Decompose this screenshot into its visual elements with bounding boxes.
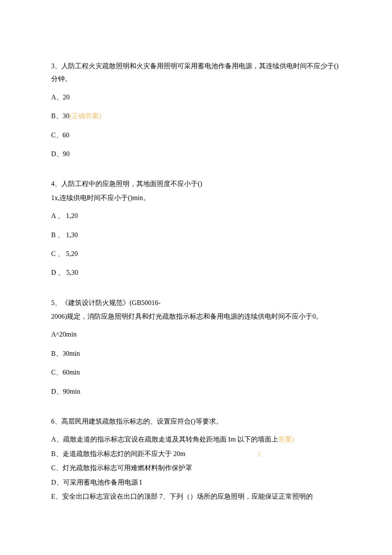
question-4: 4、人防工程中的应急照明，其地面照度不应小于() 1x,连续供电时间不应小于()…: [51, 177, 341, 279]
question-6-option-b: B、走道疏散指示标志灯的间距不应大于 20m ): [51, 447, 341, 460]
question-3-option-c: C、60: [51, 129, 341, 142]
question-3-option-a: A、20: [51, 91, 341, 104]
correct-answer-label: (正确答案): [69, 112, 101, 119]
question-5-text-line1: 5、《建筑设计防火规范》(GB50016-: [51, 296, 341, 309]
question-5-option-c: C、60min: [51, 366, 341, 379]
question-5-option-b: B、30min: [51, 347, 341, 360]
question-5: 5、《建筑设计防火规范》(GB50016- 2006)规定，消防应急照明灯具和灯…: [51, 296, 341, 398]
question-4-text-line2: 1x,连续供电时间不应小于()min。: [51, 192, 341, 204]
answer-fragment: 答案): [278, 433, 294, 446]
question-4-option-a: A 、 1,20: [51, 209, 341, 222]
question-3-text: 3、人防工程火灾疏散照明和火灾备用照明可采用蓄电池作备用电源，其连续供电时间不应…: [51, 60, 341, 86]
question-3: 3、人防工程火灾疏散照明和火灾备用照明可采用蓄电池作备用电源，其连续供电时间不应…: [51, 60, 341, 160]
paren-fragment: ): [258, 447, 260, 460]
question-3-option-b-label: B、30: [51, 112, 69, 119]
question-6-option-c: C、灯光疏散指示标志可用难燃材料制作保护罩: [51, 462, 341, 474]
question-6: 6、高层民用建筑疏散指示标志的、设置应符合()等要求。 A、疏散走道的指示标志宜…: [51, 415, 341, 503]
question-3-option-d: D、90: [51, 148, 341, 160]
question-5-text-line2: 2006)规定，消防应急照明灯具和灯光疏散指示标志和备用电源的连续供电时间不应小…: [51, 310, 341, 323]
document-page: 3、人防工程火灾疏散照明和火灾备用照明可采用蓄电池作备用电源，其连续供电时间不应…: [0, 0, 392, 555]
question-4-text: 4、人防工程中的应急照明，其地面照度不应小于(): [51, 177, 341, 190]
question-5-option-a: A^20min: [51, 328, 341, 341]
question-5-option-d: D、90min: [51, 385, 341, 398]
question-4-option-b: B 、 1,30: [51, 229, 341, 241]
question-6-text: 6、高层民用建筑疏散指示标志的、设置应符合()等要求。: [51, 415, 341, 428]
question-4-option-c: C 、 5,20: [51, 247, 341, 260]
question-6-option-a-label: A、疏散走道的指示标志宜设在疏散走道及其转角处距地面 Im 以下的墙面上: [51, 436, 278, 443]
question-3-option-b: B、30(正确答案): [51, 110, 341, 122]
question-4-option-d: D 、 5,30: [51, 266, 341, 279]
question-6-option-b-label: B、走道疏散指示标志灯的间距不应大于 20m: [51, 450, 185, 457]
question-6-option-a: A、疏散走道的指示标志宜设在疏散走道及其转角处距地面 Im 以下的墙面上 答案): [51, 433, 341, 446]
question-6-option-e: E、安全出口标志宜设在出口的顶部 7、下列（）场所的应急照明，应能保证正常照明的: [51, 490, 341, 503]
question-6-option-d: D、可采用蓄电池作备用电源 I: [51, 476, 341, 489]
